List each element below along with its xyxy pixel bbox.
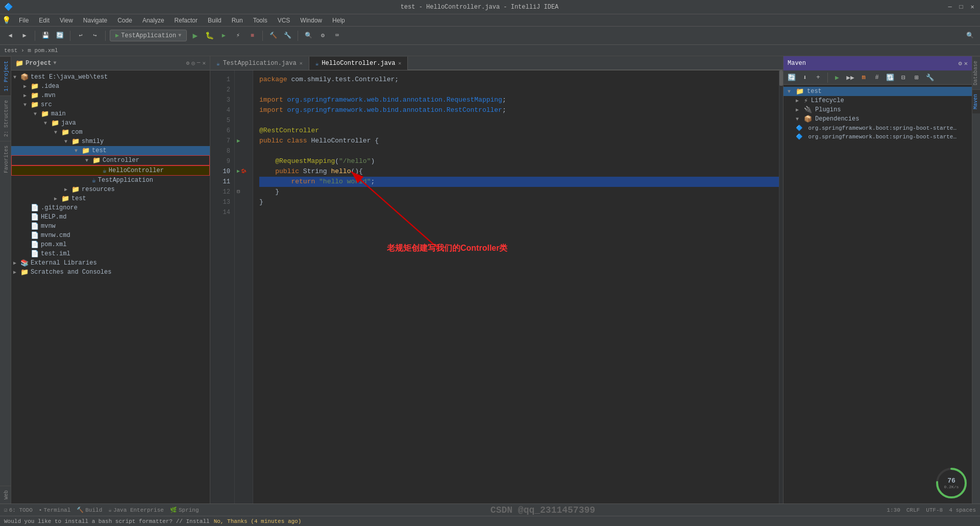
maven-add-icon[interactable]: + — [812, 71, 824, 84]
project-close-icon[interactable]: ✕ — [202, 60, 206, 66]
maven-refresh-icon[interactable]: 🔃 — [884, 71, 896, 84]
menu-window[interactable]: Window — [296, 16, 326, 25]
run-config-dropdown[interactable]: ▶ TestApplication ▼ — [110, 30, 187, 41]
run-gutter-icon[interactable]: ▶ — [237, 166, 240, 177]
tree-item-com[interactable]: ▼ 📁 com — [11, 128, 210, 137]
sidebar-tab-structure[interactable]: 2: Structure — [0, 95, 11, 141]
maven-settings-icon[interactable]: ⚙ — [959, 60, 962, 67]
bottom-todo[interactable]: ☑ 6: TODO — [4, 507, 33, 513]
tree-item-gitignore[interactable]: 📄 .gitignore — [11, 203, 210, 212]
code-editor[interactable]: 1 2 3 4 5 6 7 8 9 10 11 12 13 14 — [210, 70, 783, 504]
maven-collapse-icon[interactable]: ⊟ — [897, 71, 910, 84]
maven-m-icon[interactable]: m — [857, 71, 870, 84]
tree-item-hello-controller[interactable]: ☕ HelloController — [11, 165, 210, 176]
search-everywhere-button[interactable]: 🔍 — [964, 30, 976, 42]
tree-item-main[interactable]: ▼ 📁 main — [11, 109, 210, 118]
tree-item-controller[interactable]: ▼ 📁 Controller — [11, 155, 210, 165]
run-button[interactable]: ▶ — [189, 30, 201, 42]
undo-button[interactable]: ↩ — [75, 30, 87, 42]
maven-item-test-root[interactable]: ▼ 📁 test — [783, 87, 972, 96]
menu-build[interactable]: Build — [204, 16, 226, 25]
project-scope-icon[interactable]: ◎ — [191, 60, 195, 66]
debug-button[interactable]: 🐛 — [203, 30, 215, 42]
tree-item-mvn[interactable]: ▶ 📁 .mvn — [11, 91, 210, 100]
menu-help[interactable]: Help — [328, 16, 349, 25]
forward-button[interactable]: ▶ — [18, 30, 31, 42]
tree-item-pomxml[interactable]: 📄 pom.xml — [11, 240, 210, 249]
tree-item-test-src[interactable]: ▶ 📁 test — [11, 194, 210, 203]
minimize-button[interactable]: ─ — [946, 4, 953, 11]
status-dismiss[interactable]: No, Thanks (4 minutes ago) — [214, 518, 302, 524]
coverage-button[interactable]: ▶ — [217, 30, 230, 42]
maven-item-plugins[interactable]: ▶ 🔌 Plugins — [783, 105, 972, 114]
right-tab-maven[interactable]: Maven — [972, 89, 980, 113]
tab-hello-controller-close[interactable]: ✕ — [398, 60, 401, 66]
tab-hello-controller[interactable]: ☕ HelloController.java ✕ — [309, 57, 408, 70]
sidebar-tab-web[interactable]: Web — [0, 486, 11, 504]
tree-item-helpmd[interactable]: 📄 HELP.md — [11, 212, 210, 222]
maven-item-dependencies[interactable]: ▼ 📦 Dependencies — [783, 114, 972, 124]
bottom-line-ending[interactable]: CRLF — [906, 507, 920, 513]
build-project-button[interactable]: 🔨 — [267, 30, 279, 42]
tree-item-root[interactable]: ▼ 📦 test E:\java_web\test — [11, 73, 210, 82]
tree-item-java-folder[interactable]: ▼ 📁 java — [11, 118, 210, 128]
tree-item-shmily[interactable]: ▼ 📁 shmily — [11, 137, 210, 146]
tree-item-src[interactable]: ▼ 📁 src — [11, 100, 210, 109]
maven-debug-run-icon[interactable]: ▶▶ — [844, 71, 856, 84]
maven-skip-icon[interactable]: # — [871, 71, 883, 84]
search-button[interactable]: 🔍 — [302, 30, 314, 42]
maven-run-icon[interactable]: ▶ — [831, 71, 843, 84]
editor-scrollbar[interactable] — [779, 70, 783, 504]
menu-run[interactable]: Run — [228, 16, 247, 25]
maven-expand-icon[interactable]: ⊞ — [911, 71, 923, 84]
menu-analyze[interactable]: Analyze — [138, 16, 168, 25]
bottom-build[interactable]: 🔨 Build — [77, 507, 102, 513]
tree-item-resources[interactable]: ▶ 📁 resources — [11, 185, 210, 194]
fold-icon[interactable]: ⊟ — [237, 187, 251, 197]
tab-test-application[interactable]: ☕ TestApplication.java ✕ — [210, 57, 309, 70]
profile-button[interactable]: ⚡ — [232, 30, 244, 42]
tree-item-idea[interactable]: ▶ 📁 .idea — [11, 82, 210, 91]
keymap-button[interactable]: ⌨ — [331, 30, 343, 42]
back-button[interactable]: ◀ — [4, 30, 16, 42]
sync-button[interactable]: 🔄 — [54, 30, 66, 42]
tree-item-testiml[interactable]: 📄 test.iml — [11, 249, 210, 258]
settings-button[interactable]: ⚙ — [316, 30, 329, 42]
close-button[interactable]: ✕ — [969, 4, 976, 11]
menu-tools[interactable]: Tools — [249, 16, 272, 25]
menu-edit[interactable]: Edit — [35, 16, 54, 25]
project-panel-dropdown-icon[interactable]: ▼ — [53, 60, 56, 66]
menu-code[interactable]: Code — [113, 16, 136, 25]
rebuild-button[interactable]: 🔧 — [281, 30, 293, 42]
project-collapse-icon[interactable]: ─ — [197, 60, 201, 66]
tree-item-scratches[interactable]: ▶ 📁 Scratches and Consoles — [11, 268, 210, 277]
maven-reload-icon[interactable]: 🔄 — [786, 71, 798, 84]
sidebar-tab-favorites[interactable]: Favorites — [0, 141, 11, 177]
menu-navigate[interactable]: Navigate — [79, 16, 111, 25]
stop-button[interactable]: ■ — [246, 30, 258, 42]
bottom-line-col[interactable]: 1:30 — [887, 507, 900, 513]
maven-dep-2[interactable]: 🔷 org.springframework.boot:spring-boot-s… — [783, 132, 972, 141]
save-all-button[interactable]: 💾 — [39, 30, 52, 42]
menu-file[interactable]: File — [15, 16, 33, 25]
maven-close-icon[interactable]: ✕ — [964, 60, 968, 67]
code-content[interactable]: package com.shmily.test.Controller; impo… — [253, 70, 779, 504]
tree-item-external-libs[interactable]: ▶ 📚 External Libraries — [11, 258, 210, 268]
tree-item-mvnwcmd[interactable]: 📄 mvnw.cmd — [11, 231, 210, 240]
project-settings-icon[interactable]: ⚙ — [186, 60, 190, 66]
tree-item-test-folder[interactable]: ▼ 📁 test — [11, 146, 210, 155]
restore-button[interactable]: □ — [958, 4, 965, 11]
tree-item-test-application[interactable]: ☕ TestApplication — [11, 176, 210, 185]
maven-item-lifecycle[interactable]: ▶ ⚡ Lifecycle — [783, 96, 972, 105]
tab-test-application-close[interactable]: ✕ — [300, 60, 303, 66]
redo-button[interactable]: ↪ — [89, 30, 101, 42]
maven-wrench-icon[interactable]: 🔧 — [924, 71, 936, 84]
menu-vcs[interactable]: VCS — [274, 16, 295, 25]
menu-refactor[interactable]: Refactor — [170, 16, 202, 25]
bottom-terminal[interactable]: ▪ Terminal — [39, 507, 70, 513]
bottom-java-enterprise[interactable]: ☕ Java Enterprise — [108, 507, 164, 513]
menu-view[interactable]: View — [56, 16, 77, 25]
bottom-encoding[interactable]: UTF-8 — [926, 507, 943, 513]
right-tab-database[interactable]: Database — [972, 56, 980, 89]
bottom-indent[interactable]: 4 spaces — [949, 507, 976, 513]
